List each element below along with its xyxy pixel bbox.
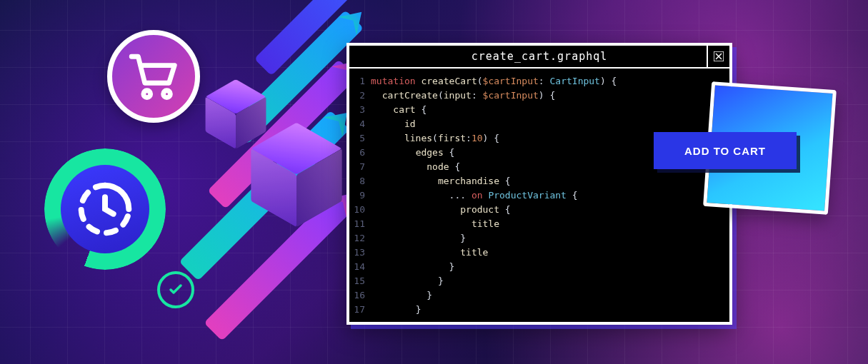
line-number: 8: [352, 174, 365, 188]
line-number: 2: [352, 89, 365, 103]
line-number: 10: [352, 203, 365, 217]
line-gutter: 1234567891011121314151617: [352, 74, 371, 316]
code-line: ... on ProductVariant {: [371, 188, 722, 203]
code-line: }: [371, 288, 722, 303]
code-line: }: [371, 260, 722, 274]
line-number: 11: [352, 217, 365, 231]
check-badge: [157, 271, 194, 308]
clock-face: [61, 165, 149, 253]
code-line: product {: [371, 203, 722, 217]
line-number: 14: [352, 260, 365, 274]
code-line: merchandise {: [371, 174, 722, 188]
code-line: }: [371, 274, 722, 288]
code-line: title: [371, 217, 722, 231]
cart-badge: [107, 30, 200, 123]
add-to-cart-button[interactable]: ADD TO CART: [654, 132, 797, 169]
decor-cube: [251, 148, 341, 201]
code-line: }: [371, 303, 722, 317]
clock-icon: [76, 181, 134, 238]
editor-titlebar: create_cart.graphql: [349, 46, 729, 69]
close-icon: [714, 51, 724, 61]
code-line: cart {: [371, 103, 722, 117]
line-number: 12: [352, 231, 365, 246]
code-area: 1234567891011121314151617 mutation creat…: [349, 69, 729, 322]
line-number: 16: [352, 288, 365, 303]
check-icon: [167, 281, 184, 298]
code-content: mutation createCart($cartInput: CartInpu…: [371, 74, 722, 316]
line-number: 13: [352, 246, 365, 260]
svg-point-0: [144, 91, 151, 98]
code-line: title: [371, 246, 722, 260]
code-line: cartCreate(input: $cartInput) {: [371, 89, 722, 103]
svg-point-1: [164, 91, 171, 98]
close-button[interactable]: [707, 46, 729, 67]
line-number: 6: [352, 146, 365, 160]
code-editor-window: create_cart.graphql 12345678910111213141…: [346, 43, 732, 325]
code-line: id: [371, 117, 722, 131]
decor-cube: [206, 97, 266, 132]
line-number: 1: [352, 74, 365, 89]
code-line: }: [371, 231, 722, 246]
line-number: 9: [352, 188, 365, 203]
line-number: 3: [352, 103, 365, 117]
editor-filename: create_cart.graphql: [472, 50, 608, 63]
line-number: 7: [352, 160, 365, 174]
hero-illustration: create_cart.graphql 12345678910111213141…: [0, 0, 868, 364]
line-number: 15: [352, 274, 365, 288]
add-to-cart-label: ADD TO CART: [684, 145, 766, 157]
line-number: 5: [352, 131, 365, 146]
line-number: 4: [352, 117, 365, 131]
code-line: mutation createCart($cartInput: CartInpu…: [371, 74, 722, 89]
line-number: 17: [352, 303, 365, 317]
cart-icon: [127, 50, 180, 103]
